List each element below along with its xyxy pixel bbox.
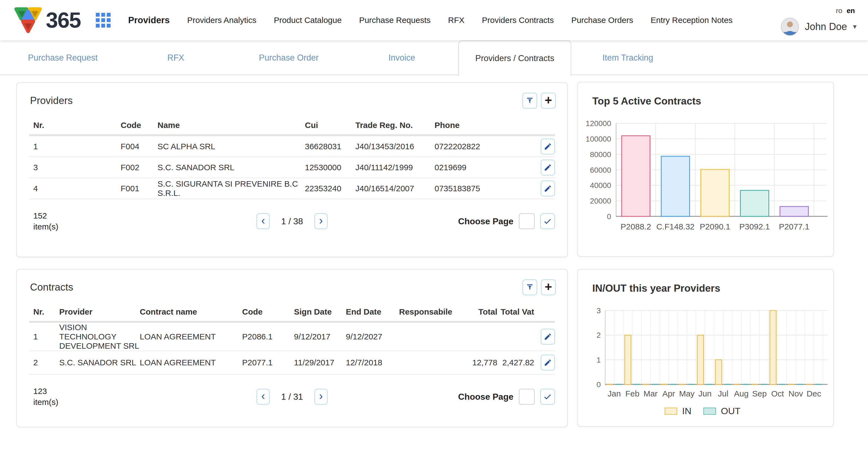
svg-text:Jul: Jul <box>718 389 728 398</box>
legend-swatch <box>704 408 716 415</box>
providers-filter-button[interactable] <box>522 93 537 108</box>
top5-contracts-bar-chart: 020000400006000080000100000120000P2088.2… <box>585 121 828 236</box>
chevron-right-icon: › <box>319 215 322 227</box>
page-content: Providers + Nr. Code Name Cui Trad <box>0 75 868 454</box>
user-name: John Doe <box>805 21 847 32</box>
lang-en-button[interactable]: en <box>847 6 855 15</box>
next-page-button[interactable]: › <box>314 389 328 404</box>
pencil-icon <box>544 163 552 172</box>
top-navigation-bar: 365 Providers Providers Analytics Produc… <box>0 0 868 40</box>
svg-text:100000: 100000 <box>586 135 611 143</box>
user-menu[interactable]: John Doe ▾ <box>781 18 857 36</box>
tab-item-tracking[interactable]: Item Tracking <box>571 40 684 75</box>
prev-page-button[interactable]: ‹ <box>256 213 270 229</box>
choose-page-input[interactable] <box>519 389 535 404</box>
nav-item-purchase-orders[interactable]: Purchase Orders <box>571 15 633 25</box>
lang-ro-button[interactable]: ro <box>836 6 842 15</box>
col-cui: Cui <box>305 121 355 130</box>
go-to-page-button[interactable] <box>540 389 555 404</box>
page-indicator: 1 / 38 <box>281 216 303 226</box>
caret-down-icon[interactable]: ▾ <box>853 22 857 31</box>
funnel-icon <box>526 97 534 105</box>
legend-label: OUT <box>721 406 741 416</box>
svg-text:Nov: Nov <box>788 389 803 398</box>
table-row: 1 VISION TECHNOLOGY DEVELOPMENT SRL LOAN… <box>29 323 555 351</box>
providers-table-header: Nr. Code Name Cui Trade Reg. No. Phone <box>29 121 555 130</box>
main-nav: Providers Providers Analytics Product Ca… <box>128 15 732 25</box>
page-indicator: 1 / 31 <box>281 392 303 402</box>
tab-purchase-request[interactable]: Purchase Request <box>6 40 119 75</box>
svg-text:P2077.1: P2077.1 <box>779 222 810 231</box>
pencil-icon <box>544 142 552 151</box>
table-row: 2 S.C. SANADOR SRL LOAN AGREEMENT P2077.… <box>29 351 555 375</box>
col-code: Code <box>121 121 157 130</box>
providers-panel: Providers + Nr. Code Name Cui Trad <box>17 83 568 257</box>
contracts-add-button[interactable]: + <box>541 280 556 295</box>
svg-text:0: 0 <box>607 212 611 221</box>
edit-provider-button[interactable] <box>541 181 555 196</box>
svg-text:60000: 60000 <box>590 166 611 174</box>
check-icon <box>543 217 552 226</box>
next-page-button[interactable]: › <box>314 213 328 229</box>
legend-label: IN <box>682 406 691 416</box>
edit-provider-button[interactable] <box>541 160 555 175</box>
svg-text:C.F148.32: C.F148.32 <box>656 222 694 231</box>
choose-page-label: Choose Page <box>458 392 514 402</box>
nav-item-providers-analytics[interactable]: Providers Analytics <box>187 15 256 25</box>
providers-add-button[interactable]: + <box>541 93 556 108</box>
app-logo[interactable]: 365 <box>11 5 81 35</box>
apps-grid-icon[interactable] <box>96 13 111 28</box>
items-count: 152 item(s) <box>29 210 58 232</box>
pencil-icon <box>544 333 552 341</box>
svg-text:Sep: Sep <box>752 389 767 398</box>
col-trade-reg: Trade Reg. No. <box>355 121 435 130</box>
tab-invoice[interactable]: Invoice <box>345 40 458 75</box>
top5-contracts-chart-panel: Top 5 Active Contracts 02000040000600008… <box>577 82 834 257</box>
go-to-page-button[interactable] <box>540 213 555 229</box>
prev-page-button[interactable]: ‹ <box>256 389 270 404</box>
svg-text:Apr: Apr <box>662 389 675 398</box>
nav-item-rfx[interactable]: RFX <box>448 15 464 25</box>
language-switcher: roen <box>836 6 855 15</box>
svg-text:0: 0 <box>596 380 601 389</box>
contracts-filter-button[interactable] <box>522 280 537 295</box>
svg-text:P3092.1: P3092.1 <box>739 222 770 231</box>
table-row: 3 F002 S.C. SANADOR SRL 12530000 J40/111… <box>29 157 555 178</box>
svg-text:P2088.2: P2088.2 <box>621 222 651 231</box>
choose-page-input[interactable] <box>519 213 535 229</box>
pencil-icon <box>544 185 552 193</box>
nav-item-providers[interactable]: Providers <box>128 15 169 25</box>
tab-rfx[interactable]: RFX <box>119 40 232 75</box>
svg-text:May: May <box>679 389 695 398</box>
col-name: Name <box>157 121 305 130</box>
in-out-bar-chart: 0123JanFebMarAprMayJunJulAugSepOctNovDec… <box>585 308 828 416</box>
nav-item-product-catalogue[interactable]: Product Catalogue <box>274 15 342 25</box>
tab-bar: Purchase Request RFX Purchase Order Invo… <box>0 40 868 75</box>
contracts-panel: Contracts + Nr. Provider Contract name C… <box>17 269 568 427</box>
svg-text:2: 2 <box>596 331 601 339</box>
table-row: 1 F004 SC ALPHA SRL 36628031 J40/13453/2… <box>29 136 555 157</box>
tab-purchase-order[interactable]: Purchase Order <box>232 40 345 75</box>
svg-text:80000: 80000 <box>590 150 611 159</box>
check-icon <box>543 392 552 401</box>
nav-item-purchase-requests[interactable]: Purchase Requests <box>359 15 431 25</box>
edit-contract-button[interactable] <box>541 355 555 370</box>
tab-providers-contracts[interactable]: Providers / Contracts <box>458 40 571 75</box>
svg-text:Mar: Mar <box>643 389 657 398</box>
table-header-band <box>29 321 555 323</box>
avatar <box>781 18 799 36</box>
table-header-band <box>29 134 555 136</box>
logo-triangles-icon <box>11 5 45 35</box>
svg-text:20000: 20000 <box>590 197 611 205</box>
svg-text:Jan: Jan <box>608 389 621 398</box>
table-row: 4 F001 S.C. SIGURANTA SI PREVENIRE B.C S… <box>29 178 555 199</box>
funnel-icon <box>526 283 534 291</box>
providers-panel-title: Providers <box>30 95 72 106</box>
edit-contract-button[interactable] <box>541 329 555 345</box>
nav-item-providers-contracts[interactable]: Providers Contracts <box>482 15 554 25</box>
svg-text:Dec: Dec <box>807 389 821 398</box>
edit-provider-button[interactable] <box>541 139 555 155</box>
chevron-left-icon: ‹ <box>261 390 265 402</box>
nav-item-entry-reception-notes[interactable]: Entry Reception Notes <box>651 15 733 25</box>
svg-text:Jun: Jun <box>699 389 712 398</box>
